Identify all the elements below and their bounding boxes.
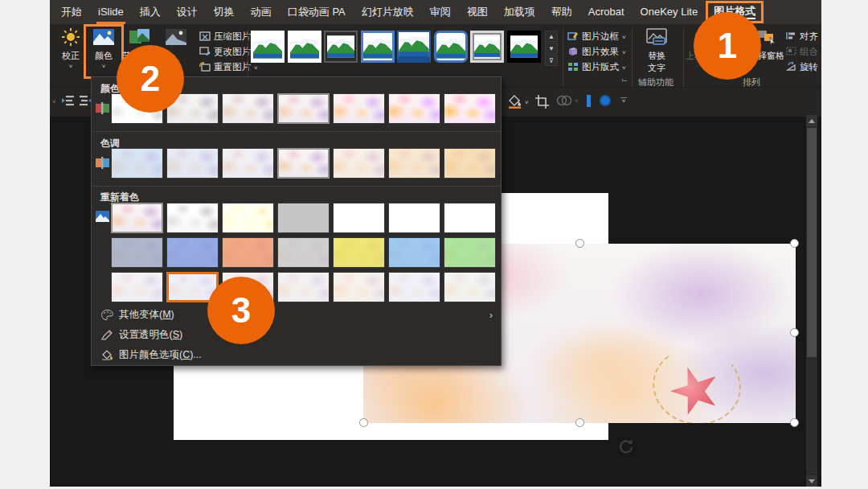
vertical-scrollbar[interactable] xyxy=(806,115,817,487)
change-picture-label: 更改图片 xyxy=(214,46,251,58)
picture-style-option[interactable] xyxy=(324,31,358,63)
rotation-handle[interactable] xyxy=(617,438,635,456)
color-swatch[interactable] xyxy=(111,148,163,179)
menu-tab-review[interactable]: 审阅 xyxy=(422,0,459,24)
blue-bar-indicator[interactable] xyxy=(587,95,591,107)
color-swatch[interactable] xyxy=(333,93,385,124)
color-swatch[interactable] xyxy=(444,203,496,233)
fill-color-button[interactable]: ˅ xyxy=(508,95,529,109)
picture-style-option[interactable] xyxy=(397,31,431,63)
color-swatch[interactable] xyxy=(222,237,274,268)
menu-tab-animations[interactable]: 动画 xyxy=(243,0,280,24)
more-options-icon[interactable]: —˅ xyxy=(620,95,627,103)
color-swatch[interactable] xyxy=(277,203,330,233)
gallery-more-button[interactable]: ⊽ xyxy=(545,55,558,66)
picture-style-option[interactable] xyxy=(288,31,321,63)
color-swatch[interactable] xyxy=(166,237,219,268)
menu-tab-slide-show[interactable]: 幻灯片放映 xyxy=(354,0,422,24)
color-swatch[interactable] xyxy=(333,203,385,233)
rotate-icon xyxy=(786,62,796,72)
color-swatch[interactable] xyxy=(277,148,330,179)
picture-style-option[interactable] xyxy=(434,31,468,63)
selection-handle[interactable] xyxy=(359,418,368,427)
color-button[interactable]: 颜色 ˅ xyxy=(86,27,121,76)
menu-tab-add-ins[interactable]: 加载项 xyxy=(496,0,543,24)
color-swatch[interactable] xyxy=(222,148,274,179)
screenshot-frame: 开始iSlide插入设计切换动画口袋动画 PA幻灯片放映审阅视图加载项帮助Acr… xyxy=(0,0,868,489)
selection-handle[interactable] xyxy=(790,418,799,427)
color-swatch[interactable] xyxy=(111,272,163,302)
gallery-down-button[interactable]: ▼ xyxy=(545,43,558,54)
picture-effects-button[interactable]: 图片效果 ˅ xyxy=(567,44,626,60)
menu-tab-islide[interactable]: iSlide xyxy=(90,0,132,24)
color-swatch[interactable] xyxy=(222,203,274,233)
menu-tab-acrobat[interactable]: Acrobat xyxy=(580,0,633,24)
color-swatch[interactable] xyxy=(333,148,385,179)
color-swatch[interactable] xyxy=(388,148,440,179)
gallery-up-button[interactable]: ▲ xyxy=(545,31,558,42)
menu-tab-transitions[interactable]: 切换 xyxy=(206,0,243,24)
color-swatch[interactable] xyxy=(444,148,496,179)
scroll-down-button[interactable] xyxy=(806,475,817,487)
chevron-down-icon[interactable]: ˅ xyxy=(52,98,56,105)
corrections-label: 校正 xyxy=(62,50,80,62)
alt-text-button[interactable]: 替换 文字 xyxy=(635,27,678,76)
color-swatch[interactable] xyxy=(111,237,163,268)
transparency-circles-icon[interactable]: ˅ xyxy=(556,95,579,106)
color-swatch[interactable] xyxy=(444,237,496,268)
color-swatch[interactable] xyxy=(388,272,440,302)
picture-border-button[interactable]: 图片边框 ˅ xyxy=(567,29,626,44)
color-swatch[interactable] xyxy=(388,93,440,124)
menu-item-picture-color-options[interactable]: 图片颜色选项(C)... xyxy=(92,345,501,364)
color-swatch[interactable] xyxy=(222,93,274,124)
alt-text-icon xyxy=(646,27,667,47)
reset-picture-button[interactable]: 重置图片 ˅ xyxy=(199,60,258,75)
blue-circle-indicator[interactable] xyxy=(600,95,611,106)
picture-style-option[interactable] xyxy=(470,31,504,63)
picture-style-option[interactable] xyxy=(361,31,395,63)
picture-layout-button[interactable]: 图片版式 ˅ xyxy=(567,60,626,75)
color-swatch[interactable] xyxy=(388,203,440,233)
menu-tab-pocket-animation-pa[interactable]: 口袋动画 PA xyxy=(280,0,354,24)
color-swatch[interactable] xyxy=(444,272,496,302)
menu-item-more-variations[interactable]: 其他变体(M)› xyxy=(92,305,501,324)
crop-icon[interactable] xyxy=(535,95,549,109)
menu-item-set-transparent-color[interactable]: 设置透明色(S) xyxy=(92,325,501,344)
change-picture-button[interactable]: 更改图片 ˅ xyxy=(199,44,258,60)
menu-tab-design[interactable]: 设计 xyxy=(169,0,206,24)
palette-icon xyxy=(100,310,114,320)
chevron-down-icon: ˅ xyxy=(622,50,626,56)
color-swatch[interactable] xyxy=(333,272,385,302)
color-swatch[interactable] xyxy=(333,237,385,268)
color-swatch[interactable] xyxy=(277,93,330,124)
menu-tab-home[interactable]: 开始 xyxy=(53,0,90,24)
group-objects-button[interactable]: 组合 ˅ xyxy=(786,44,821,60)
selection-handle[interactable] xyxy=(790,328,799,337)
picture-style-option[interactable] xyxy=(507,31,541,63)
dialog-launcher-icon[interactable]: ⌙ xyxy=(621,76,631,85)
divider xyxy=(92,131,501,132)
menu-tab-onekey-lite[interactable]: OneKey Lite xyxy=(633,0,706,24)
compress-picture-button[interactable]: 压缩图片 xyxy=(199,29,251,44)
selection-handle[interactable] xyxy=(790,239,799,248)
selection-handle[interactable] xyxy=(575,239,584,248)
align-button[interactable]: 对齐 ˅ xyxy=(786,29,821,44)
color-swatch[interactable] xyxy=(444,93,496,124)
color-swatch[interactable] xyxy=(166,203,219,233)
color-swatch[interactable] xyxy=(111,203,163,233)
align-right-icon[interactable] xyxy=(79,95,92,106)
scrollbar-thumb[interactable] xyxy=(807,128,817,357)
color-swatch[interactable] xyxy=(166,148,219,179)
selection-handle[interactable] xyxy=(575,418,584,427)
picture-style-option[interactable] xyxy=(251,31,285,63)
menu-tab-insert[interactable]: 插入 xyxy=(132,0,169,24)
menu-tab-help[interactable]: 帮助 xyxy=(543,0,580,24)
menu-tab-view[interactable]: 视图 xyxy=(459,0,496,24)
color-swatch[interactable] xyxy=(388,237,440,268)
rotate-button[interactable]: 旋转 ˅ xyxy=(786,60,821,75)
scroll-up-button[interactable] xyxy=(806,115,817,126)
corrections-button[interactable]: 校正 ˅ xyxy=(53,27,88,76)
color-swatch[interactable] xyxy=(277,272,330,302)
color-swatch[interactable] xyxy=(277,237,330,268)
align-left-icon[interactable] xyxy=(62,95,75,106)
